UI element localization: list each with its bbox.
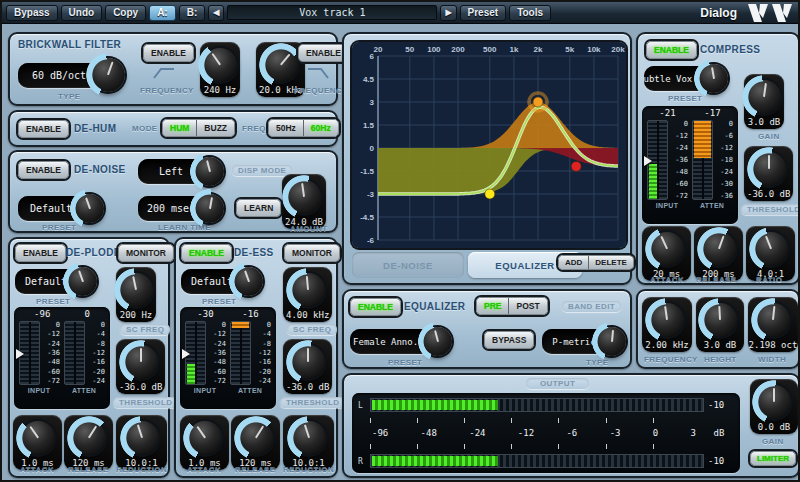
deess-meters: -30 -16 0-12-24-36-48-60-72 0-4-8-12-16-… bbox=[180, 307, 276, 409]
compress-ratio-label: RATIO bbox=[756, 275, 782, 284]
copy-button[interactable]: Copy bbox=[105, 5, 146, 21]
deplode-atten-meter bbox=[64, 321, 85, 385]
deplode-attack-knob[interactable] bbox=[21, 421, 55, 455]
deplode-threshold-knob[interactable] bbox=[124, 345, 158, 379]
brickwall-low-enable-button[interactable]: ENABLE bbox=[143, 44, 194, 62]
denoise-learn-button[interactable]: LEARN bbox=[236, 199, 281, 217]
tools-menu-button[interactable]: Tools bbox=[509, 5, 551, 21]
dehum-hum-button[interactable]: HUM bbox=[163, 120, 196, 136]
plugin-title: Dialog bbox=[700, 6, 737, 20]
deess-scfreq-knob[interactable] bbox=[291, 273, 325, 307]
denoise-learntime-knob[interactable] bbox=[195, 194, 224, 223]
brickwall-type-label: TYPE bbox=[58, 92, 81, 101]
output-limiter-button[interactable]: LIMITER bbox=[750, 451, 796, 466]
deess-enable-button[interactable]: ENABLE bbox=[181, 244, 232, 262]
deess-reduction-knob[interactable] bbox=[292, 421, 326, 455]
deplode-preset-knob[interactable] bbox=[68, 267, 97, 296]
compress-threshold-knob[interactable] bbox=[752, 152, 786, 186]
brickwall-low-freq-knob[interactable] bbox=[203, 48, 237, 82]
dehum-mode-switch: HUM BUZZ bbox=[162, 119, 235, 137]
band-type-control: P-metric bbox=[542, 327, 626, 356]
deplode-threshold-label: THRESHOLD bbox=[113, 397, 178, 408]
deplode-release-control: 120 ms bbox=[64, 415, 113, 470]
deplode-attack-control: 1.0 ms bbox=[13, 415, 62, 470]
undo-button[interactable]: Undo bbox=[61, 5, 103, 21]
preset-b-button[interactable]: B: bbox=[179, 5, 206, 21]
output-right-label: R bbox=[358, 457, 366, 466]
deess-threshold-label: THRESHOLD bbox=[280, 397, 345, 408]
output-left-meter bbox=[370, 398, 704, 412]
deplode-threshold-arrow[interactable] bbox=[16, 349, 24, 359]
band-width-knob[interactable] bbox=[756, 303, 790, 337]
deess-preset-knob[interactable] bbox=[234, 267, 263, 296]
delete-band-button[interactable]: DELETE bbox=[588, 256, 633, 269]
brickwall-filter-panel: BRICKWALL FILTER 60 dB/oct TYPE ENABLE F… bbox=[8, 32, 338, 106]
deplode-release-knob[interactable] bbox=[72, 421, 106, 455]
deess-panel: ENABLE DE-ESS MONITOR Default PRESET -30… bbox=[174, 237, 338, 478]
svg-text:2k: 2k bbox=[534, 45, 543, 54]
preset-name-display[interactable]: Vox track 1 bbox=[227, 5, 437, 20]
output-gain-knob[interactable] bbox=[757, 385, 791, 419]
deplode-monitor-button[interactable]: MONITOR bbox=[118, 244, 174, 262]
tab-denoise[interactable]: DE-NOISE bbox=[352, 252, 464, 278]
output-gain-control: 0.0 dB bbox=[750, 379, 798, 434]
deess-monitor-button[interactable]: MONITOR bbox=[284, 244, 340, 262]
compress-panel: ENABLE COMPRESS Subtle Vox ... PRESET -2… bbox=[636, 32, 800, 285]
next-preset-button[interactable]: ▶ bbox=[440, 5, 456, 21]
eq-post-button[interactable]: POST bbox=[508, 298, 546, 314]
prev-preset-button[interactable]: ◀ bbox=[208, 5, 224, 21]
deplode-threshold-control: -36.0 dB bbox=[116, 339, 165, 394]
deess-attack-knob[interactable] bbox=[188, 421, 222, 455]
eq-response-graph[interactable]: 20501002005001k2k5k10k20k64.531.50-1.5-3… bbox=[352, 42, 626, 248]
band-frequency-knob[interactable] bbox=[650, 303, 684, 337]
band-height-knob[interactable] bbox=[703, 303, 737, 337]
deplode-scfreq-label: SC FREQ bbox=[120, 324, 170, 335]
compress-preset-label: PRESET bbox=[668, 94, 702, 103]
brickwall-type-control: 60 dB/oct bbox=[18, 58, 125, 92]
deplode-scfreq-knob[interactable] bbox=[119, 273, 153, 307]
dehum-buzz-button[interactable]: BUZZ bbox=[196, 120, 234, 136]
compress-enable-button[interactable]: ENABLE bbox=[646, 41, 697, 59]
brickwall-high-freq-knob[interactable] bbox=[264, 48, 298, 82]
band-width-label: WIDTH bbox=[758, 355, 786, 364]
dehum-60hz-button[interactable]: 60Hz bbox=[303, 120, 338, 136]
compress-preset-knob[interactable] bbox=[699, 64, 728, 93]
compress-gain-knob[interactable] bbox=[747, 80, 781, 114]
compress-attack-knob[interactable] bbox=[650, 232, 684, 266]
denoise-amount-knob[interactable] bbox=[287, 180, 321, 214]
deess-threshold-arrow[interactable] bbox=[182, 349, 190, 359]
bypass-button[interactable]: Bypass bbox=[6, 5, 58, 21]
eq-bypass-button[interactable]: BYPASS bbox=[484, 331, 534, 349]
add-band-button[interactable]: ADD bbox=[559, 256, 588, 269]
deess-atten-scale: 0-4-8-12-16-20-24 bbox=[251, 321, 271, 385]
compress-threshold-arrow[interactable] bbox=[644, 156, 652, 166]
deplode-reduction-knob[interactable] bbox=[125, 421, 159, 455]
eq-pre-button[interactable]: PRE bbox=[477, 298, 508, 314]
dehum-mode-label: MODE bbox=[132, 124, 158, 133]
denoise-preset-knob[interactable] bbox=[75, 194, 104, 223]
compress-release-knob[interactable] bbox=[702, 232, 736, 266]
denoise-enable-button[interactable]: ENABLE bbox=[18, 161, 69, 179]
deess-input-peak: -30 bbox=[197, 309, 213, 321]
preset-menu-button[interactable]: Preset bbox=[460, 5, 507, 21]
deess-atten-peak: -16 bbox=[242, 309, 258, 321]
deplode-attack-label: ATTACK bbox=[20, 465, 54, 474]
deess-threshold-knob[interactable] bbox=[291, 345, 325, 379]
dehum-50hz-button[interactable]: 50Hz bbox=[269, 120, 303, 136]
brickwall-type-knob[interactable] bbox=[91, 58, 125, 92]
equalizer-enable-button[interactable]: ENABLE bbox=[350, 298, 401, 316]
dehum-enable-button[interactable]: ENABLE bbox=[18, 120, 69, 138]
deess-release-knob[interactable] bbox=[239, 421, 273, 455]
wave-arts-logo bbox=[746, 4, 792, 22]
compress-ratio-knob[interactable] bbox=[754, 232, 788, 266]
svg-text:-1.5: -1.5 bbox=[360, 167, 374, 176]
svg-text:1.5: 1.5 bbox=[363, 121, 375, 130]
denoise-dispmode-knob[interactable] bbox=[195, 157, 224, 186]
eq-preset-knob[interactable] bbox=[423, 327, 452, 356]
denoise-panel: ENABLE DE-NOISE Left DISP MODE Default P… bbox=[8, 150, 338, 233]
band-type-knob[interactable] bbox=[597, 327, 626, 356]
denoise-title: DE-NOISE bbox=[74, 164, 126, 175]
deplode-enable-button[interactable]: ENABLE bbox=[15, 244, 66, 262]
preset-a-button[interactable]: A: bbox=[149, 5, 176, 21]
svg-text:20k: 20k bbox=[611, 45, 625, 54]
